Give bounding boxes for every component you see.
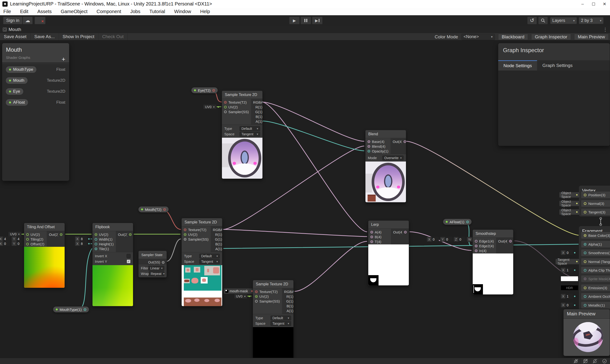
port-dot[interactable]: [371, 231, 373, 234]
wrap-dropdown[interactable]: Repeat: [149, 271, 164, 276]
port-b[interactable]: B(1): [251, 114, 263, 119]
port-dot[interactable]: [371, 240, 373, 243]
layout-dropdown[interactable]: 2 by 3: [579, 17, 604, 24]
smoothness-field[interactable]: X0: [561, 250, 575, 255]
wire-eyea-to-opacity[interactable]: [263, 121, 364, 151]
port-rgba[interactable]: RGBA(4): [282, 289, 294, 294]
port-dot[interactable]: [584, 243, 586, 246]
property-node-afloat[interactable]: AFloat(1): [443, 219, 472, 225]
stack-row-position[interactable]: Position(3): [581, 191, 610, 198]
debug-disabled-button[interactable]: [571, 358, 581, 364]
filter-dropdown[interactable]: Linear: [148, 266, 164, 271]
port-dot[interactable]: [95, 247, 97, 250]
alpha-clip-input[interactable]: 1: [565, 268, 572, 272]
ambient-occlusion-input[interactable]: 1: [565, 294, 572, 299]
node-title[interactable]: Sampler State: [138, 251, 167, 259]
binding-object-space[interactable]: Object Space: [559, 201, 580, 206]
stack-row-smoothness[interactable]: Smoothness(1): [581, 249, 610, 256]
stack-connector[interactable]: [599, 217, 603, 226]
port-dot[interactable]: [584, 252, 586, 254]
port-edge2[interactable]: Edge2(4): [473, 244, 496, 248]
port-out-ss[interactable]: Out(SS): [138, 260, 167, 265]
port-b[interactable]: B(1): [282, 303, 294, 308]
property-node-mouth[interactable]: Mouth(T2): [138, 206, 169, 212]
port-tile[interactable]: Tile(1): [93, 246, 116, 251]
output-port[interactable]: [163, 208, 166, 211]
tab-graph-settings[interactable]: Graph Settings: [537, 60, 578, 70]
port-in[interactable]: In(4): [473, 248, 496, 253]
port-dot[interactable]: [368, 145, 370, 148]
node-sample-texture-2d-eye[interactable]: Sample Texture 2D Texture(T2) UV(2) Samp…: [222, 91, 263, 179]
wire-mouthrgba-to-lerpb[interactable]: [223, 229, 367, 236]
stack-row-tangent[interactable]: Tangent(3): [581, 208, 610, 216]
port-g[interactable]: G(1): [251, 109, 263, 114]
port-dot[interactable]: [584, 304, 586, 307]
node-title[interactable]: Flipbook: [93, 223, 133, 231]
width-input[interactable]: 8: [80, 236, 87, 241]
color-mode-dropdown[interactable]: <None>: [462, 34, 495, 40]
port-sampler[interactable]: Sampler(SS): [182, 237, 211, 242]
port-dot[interactable]: [475, 240, 477, 243]
offset-y-input[interactable]: 0: [16, 241, 24, 246]
output-port[interactable]: [212, 89, 215, 92]
graph-inspector-panel[interactable]: Graph Inspector Node Settings Graph Sett…: [498, 43, 610, 146]
port-dot[interactable]: [584, 234, 586, 237]
binding-tangent-space[interactable]: Tangent Space: [556, 259, 580, 264]
port-dot[interactable]: [26, 243, 29, 245]
edge1-z-input[interactable]: 0: [458, 237, 465, 242]
port-rgba[interactable]: RGBA(4): [251, 100, 263, 104]
port-out[interactable]: Out(4): [390, 139, 406, 144]
node-title[interactable]: Sample Texture 2D: [253, 280, 293, 288]
port-t[interactable]: T(4): [368, 239, 391, 244]
edge1-y-input[interactable]: 0: [445, 237, 452, 242]
menu-assets[interactable]: Assets: [38, 9, 52, 14]
port-out[interactable]: Out(2): [47, 232, 65, 237]
cloud-button[interactable]: ☁: [23, 17, 33, 24]
check-out-button[interactable]: Check Out: [98, 33, 128, 40]
port-dot[interactable]: [255, 290, 258, 293]
step-button[interactable]: ▶: [312, 17, 322, 24]
sign-in-button[interactable]: Sign in: [3, 17, 22, 24]
uv-channel-selector[interactable]: UV0: [8, 232, 24, 236]
play-button[interactable]: ▶: [289, 17, 300, 24]
sprite-mask-color-swatch[interactable]: [561, 276, 578, 281]
property-node-mouthtype[interactable]: MouthType(1): [53, 306, 89, 312]
port-base[interactable]: Base(4): [365, 139, 390, 144]
port-sampler[interactable]: Sampler(SS): [222, 109, 251, 114]
pause-button[interactable]: [301, 17, 311, 24]
port-dot[interactable]: [26, 233, 29, 236]
stack-row-base-color[interactable]: Base Color(3): [581, 232, 610, 239]
port-out[interactable]: Out(2): [116, 232, 133, 237]
port-edge1[interactable]: Edge1(4): [473, 239, 496, 244]
node-sample-texture-2d-mask[interactable]: Sample Texture 2D Texture(T2) UV(2) Samp…: [253, 280, 294, 360]
close-button[interactable]: ✕: [599, 0, 610, 8]
layers-dropdown[interactable]: Layers: [550, 17, 577, 24]
space-dropdown[interactable]: Tangent: [199, 259, 220, 264]
flipbook-width-field[interactable]: X8: [75, 236, 90, 241]
port-dot[interactable]: [95, 238, 97, 241]
port-dot[interactable]: [509, 240, 512, 243]
wire-blend-to-basecolor[interactable]: [406, 141, 580, 235]
port-out[interactable]: Out(4): [496, 239, 514, 244]
menu-jobs[interactable]: Jobs: [130, 9, 140, 14]
port-dot[interactable]: [60, 233, 63, 236]
type-dropdown[interactable]: Default: [199, 254, 220, 259]
port-dot[interactable]: [224, 111, 227, 113]
port-dot[interactable]: [368, 150, 370, 153]
stack-row-ambient-occlusion[interactable]: Ambient Occlusion(1): [581, 293, 610, 300]
node-smoothstep[interactable]: Smoothstep Edge1(4) Edge2(4) In(4) Out(4…: [472, 229, 514, 295]
output-port[interactable]: [84, 308, 86, 311]
port-dot[interactable]: [584, 260, 586, 263]
ambient-occlusion-field[interactable]: X1: [561, 294, 575, 299]
port-r[interactable]: R(1): [211, 232, 222, 237]
stack-row-emission[interactable]: Emission(3): [581, 284, 610, 291]
menu-help[interactable]: Help: [200, 9, 210, 14]
port-dot[interactable]: [584, 295, 586, 298]
port-dot[interactable]: [255, 300, 258, 302]
invert-x-checkbox[interactable]: [127, 254, 131, 258]
wire-afloat-to-edge2[interactable]: [464, 222, 472, 246]
port-dot[interactable]: [475, 249, 477, 252]
main-preview-toggle-button[interactable]: Main Preview: [574, 34, 609, 40]
document-tab-title[interactable]: Mouth: [9, 27, 21, 32]
port-height[interactable]: Height(1): [93, 242, 116, 246]
